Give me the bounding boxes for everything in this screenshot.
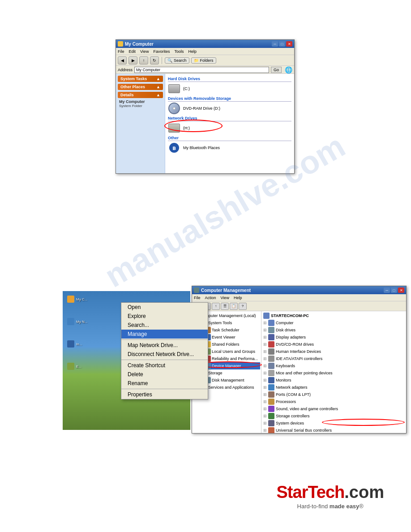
ctx-manage[interactable]: Manage	[121, 330, 208, 339]
tb-up[interactable]: ↑	[212, 303, 220, 310]
ctx-search[interactable]: Search...	[121, 321, 208, 330]
rp-sound-icon	[268, 406, 274, 412]
rp-computer-icon	[263, 313, 270, 319]
my-computer-desktop-icon[interactable]: My C...	[67, 296, 87, 303]
rp-storage-ctrl[interactable]: ⊞ Storage controllers	[262, 412, 405, 420]
ie-desktop-icon[interactable]: In...	[67, 340, 87, 348]
menu-edit[interactable]: Edit	[129, 49, 136, 54]
context-menu: Open Explore Search... Manage Map Networ…	[121, 302, 208, 399]
rp-network[interactable]: ⊞ Network adapters	[262, 384, 405, 391]
cmenu-view[interactable]: View	[221, 296, 229, 300]
go-button[interactable]: Go	[271, 67, 282, 73]
rp-hid-icon	[268, 348, 274, 355]
comp-mgmt-icon	[194, 287, 199, 293]
menu-view[interactable]: View	[140, 49, 149, 54]
rp-hid[interactable]: ⊞ Human Interface Devices	[262, 348, 405, 355]
comp-mgmt-menubar: File Action View Help	[192, 294, 406, 301]
startech-tagline: Hard-to-find made easy®	[277, 503, 385, 510]
cmenu-file[interactable]: File	[194, 296, 201, 300]
menu-tools[interactable]: Tools	[174, 49, 184, 54]
ctx-properties[interactable]: Properties	[121, 390, 208, 399]
menu-file[interactable]: File	[118, 49, 124, 54]
startech-com: com	[349, 483, 384, 502]
rp-disk-icon	[268, 327, 274, 333]
hdd-icon	[168, 84, 180, 93]
ctx-map-drive[interactable]: Map Network Drive...	[121, 341, 208, 350]
other-places-section: Other Places ▲	[118, 84, 163, 90]
comp-max-button[interactable]: □	[391, 287, 397, 293]
cmenu-action[interactable]: Action	[205, 296, 216, 300]
rp-display[interactable]: ⊞ Display adapters	[262, 334, 405, 341]
system-tasks-header[interactable]: System Tasks ▲	[118, 76, 163, 82]
ctx-explore[interactable]: Explore	[121, 312, 208, 321]
addressbar: Address Go 🌐	[116, 66, 294, 74]
ctx-disconnect-drive[interactable]: Disconnect Network Drive...	[121, 350, 208, 359]
rp-root: STARTECHCOM-PC	[262, 312, 405, 319]
comp-mgmt-body: Computer Management (Local) ▼ System Too…	[192, 311, 406, 433]
maximize-button[interactable]: □	[279, 41, 285, 47]
back-button[interactable]: ◀	[118, 56, 127, 64]
up-button[interactable]: ↑	[139, 56, 148, 64]
startech-logo: StarTech.com Hard-to-find made easy®	[277, 483, 385, 510]
menubar: File Edit View Favorites Tools Help	[116, 48, 294, 55]
rp-computer[interactable]: ⊞ Computer	[262, 319, 405, 326]
comp-mgmt-titlebar: Computer Management ─ □ ✕	[192, 286, 406, 294]
network-desktop-icon[interactable]: My N...	[67, 318, 87, 325]
folders-button[interactable]: 📁Folders	[191, 57, 216, 64]
dvd-icon	[168, 103, 180, 114]
refresh-button[interactable]: ↻	[150, 56, 159, 64]
bluetooth-item[interactable]: ʙ My Bluetooth Places	[168, 143, 291, 153]
menu-favorites[interactable]: Favorites	[153, 49, 170, 54]
system-tasks-section: System Tasks ▲	[118, 76, 163, 82]
tb-show-hide[interactable]: ☰	[221, 303, 229, 310]
comp-mgmt-title: Computer Management	[201, 288, 251, 293]
window-title: My Computer	[125, 42, 154, 47]
comp-close-button[interactable]: ✕	[398, 287, 404, 293]
rp-ide[interactable]: ⊞ IDE ATA/ATAPI controllers	[262, 355, 405, 362]
menu-help[interactable]: Help	[188, 49, 197, 54]
toolbar: ◀ ▶ ↑ ↻ 🔍Search 📁Folders	[116, 55, 294, 66]
c-drive-item[interactable]: (C:)	[168, 84, 291, 94]
rp-mouse-icon	[268, 370, 274, 376]
rp-keyboard-icon	[268, 363, 274, 369]
details-section: Details ▲ My Computer System Folder	[118, 92, 163, 109]
rp-sound[interactable]: ⊞ Sound, video and game controllers	[262, 405, 405, 412]
rp-disk-drives[interactable]: ⊞ Disk drives	[262, 326, 405, 334]
ctx-open[interactable]: Open	[121, 303, 208, 312]
rp-processors[interactable]: ⊞ Processors	[262, 398, 405, 405]
rp-ports[interactable]: ⊞ Ports (COM & LPT)	[262, 391, 405, 398]
main-content: Hard Disk Drives (C:) Devices with Remov…	[165, 74, 294, 173]
comp-min-button[interactable]: ─	[384, 287, 390, 293]
rp-system-devices[interactable]: ⊞ System devices	[262, 420, 405, 427]
window-icon	[118, 41, 123, 47]
tb-prop[interactable]: 📋	[230, 303, 238, 310]
tb-help[interactable]: ?	[239, 303, 247, 310]
ctx-delete[interactable]: Delete	[121, 370, 208, 379]
ie-icon: 🌐	[285, 66, 292, 73]
extra-desktop-icon[interactable]: E...	[67, 363, 87, 370]
forward-button[interactable]: ▶	[128, 56, 137, 64]
dvd-drive-item[interactable]: DVD-RAM Drive (D:)	[168, 103, 291, 113]
rp-monitors[interactable]: ⊞ Monitors	[262, 377, 405, 384]
window-body: System Tasks ▲ Other Places ▲ Details ▲ …	[116, 74, 294, 173]
ctx-create-shortcut[interactable]: Create Shortcut	[121, 361, 208, 370]
rp-keyboard[interactable]: ⊞ Keyboards	[262, 362, 405, 369]
ctx-rename[interactable]: Rename	[121, 379, 208, 388]
desktop-icons: My C... My N... In... E...	[67, 296, 87, 370]
rp-storage-icon	[268, 413, 274, 419]
network-icon	[168, 124, 180, 133]
h-drive-item[interactable]: (H:)	[168, 123, 291, 133]
rp-monitor-icon	[268, 377, 274, 383]
computer-management-window: Computer Management ─ □ ✕ File Action Vi…	[192, 286, 407, 433]
close-button[interactable]: ✕	[286, 41, 292, 47]
other-places-header[interactable]: Other Places ▲	[118, 84, 163, 90]
rp-mouse[interactable]: ⊞ Mice and other pointing devices	[262, 369, 405, 377]
rp-usb[interactable]: ⊞ Universal Serial Bus controllers	[262, 427, 405, 433]
search-button[interactable]: 🔍Search	[165, 57, 189, 64]
address-input[interactable]	[134, 67, 269, 73]
cmenu-help[interactable]: Help	[234, 296, 242, 300]
removable-storage-label: Devices with Removable Storage	[168, 96, 291, 102]
rp-dvd[interactable]: ⊞ DVD/CD-ROM drives	[262, 341, 405, 348]
details-header[interactable]: Details ▲	[118, 92, 163, 98]
minimize-button[interactable]: ─	[272, 41, 278, 47]
